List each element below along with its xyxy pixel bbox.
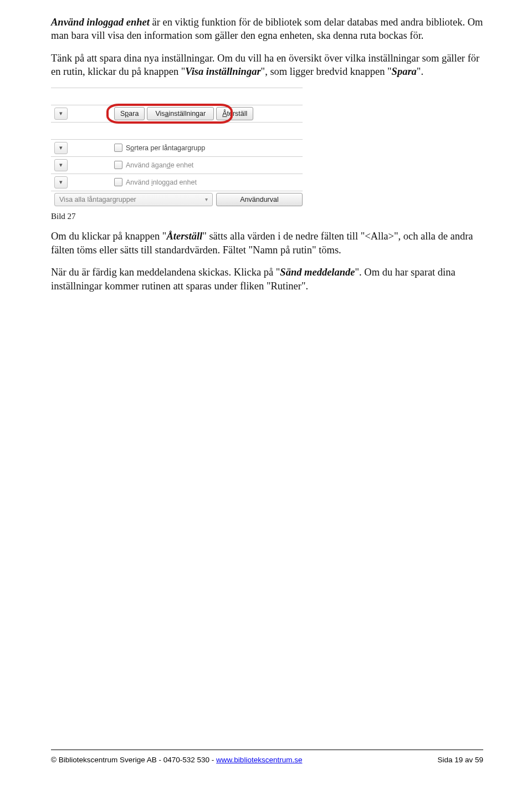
image-caption: Bild 27: [51, 211, 483, 222]
expander-icon[interactable]: ▾: [54, 176, 68, 188]
visa-pre: Vis: [155, 110, 165, 118]
expander-icon[interactable]: ▾: [54, 108, 68, 120]
shot-row-blank-1: [51, 88, 303, 105]
lantagargrupper-select[interactable]: Visa alla låntagargrupper ▾: [54, 193, 213, 206]
term-anvand-inloggad-enhet: Använd inloggad enhet: [51, 17, 150, 28]
aterstall-button[interactable]: Återställ: [216, 107, 253, 120]
checkbox-sortera-label: Sortera per låntagargrupp: [126, 144, 205, 152]
chevron-down-icon: ▾: [205, 196, 208, 202]
footer-left: © Bibliotekscentrum Sverige AB - 0470-53…: [51, 756, 302, 764]
term-visa-installningar: Visa inställningar: [185, 66, 260, 77]
term-spara: Spara: [392, 66, 417, 77]
paragraph-2b: ", som ligger bredvid knappen ": [261, 66, 392, 77]
spara-pre: S: [120, 110, 125, 118]
paragraph-3a: Om du klickar på knappen ": [51, 231, 166, 242]
footer-link[interactable]: www.bibliotekscentrum.se: [216, 756, 302, 764]
paragraph-1: Använd inloggad enhet är en viktig funkt…: [51, 16, 483, 43]
shot-row-agande: ▾ Använd ägande enhet: [51, 156, 303, 174]
checkbox-sortera[interactable]: [114, 144, 122, 152]
term-aterstall: Återställ: [166, 231, 202, 242]
shot-row-bottom: Visa alla låntagargrupper ▾ Använd urval: [51, 191, 303, 208]
expander-icon[interactable]: ▾: [54, 142, 68, 154]
shot-row-blank-2: [51, 122, 303, 139]
page-footer: © Bibliotekscentrum Sverige AB - 0470-53…: [51, 750, 483, 764]
visa-ul: a: [165, 110, 169, 118]
paragraph-4: När du är färdig kan meddelandena skicka…: [51, 266, 483, 293]
aterstall-post: terställ: [227, 110, 248, 118]
footer-copyright: © Bibliotekscentrum Sverige AB - 0470-53…: [51, 756, 216, 764]
anvand-urval-button[interactable]: Använd urval: [216, 193, 303, 206]
expander-icon[interactable]: ▾: [54, 159, 68, 171]
paragraph-4a: När du är färdig kan meddelandena skicka…: [51, 267, 280, 278]
embedded-screenshot: ▾ Spara Visa inställningar Återställ ▾ S…: [51, 88, 303, 208]
shot-row-sortera: ▾ Sortera per låntagargrupp: [51, 139, 303, 156]
shot-row-inloggad: ▾ Använd inloggad enhet: [51, 174, 303, 191]
shot-row-buttons: ▾ Spara Visa inställningar Återställ: [51, 105, 303, 122]
paragraph-2: Tänk på att spara dina nya inställningar…: [51, 52, 483, 79]
paragraph-2c: ".: [417, 66, 423, 77]
paragraph-3: Om du klickar på knappen "Återställ" sät…: [51, 230, 483, 257]
checkbox-inloggad-enhet[interactable]: [114, 178, 122, 186]
footer-page-number: Sida 19 av 59: [437, 756, 483, 764]
spara-button[interactable]: Spara: [114, 107, 145, 120]
checkbox-inloggad-enhet-label: Använd inloggad enhet: [126, 179, 197, 186]
aterstall-ul: Å: [222, 110, 227, 118]
visa-installningar-button[interactable]: Visa inställningar: [147, 107, 214, 120]
term-sand-meddelande: Sänd meddelande: [280, 267, 355, 278]
checkbox-agande-enhet-label: Använd ägande enhet: [126, 161, 193, 169]
visa-post: inställningar: [168, 110, 206, 118]
lantagargrupper-select-label: Visa alla låntagargrupper: [59, 196, 136, 203]
spara-post: ara: [129, 110, 139, 118]
spara-ul: p: [125, 110, 129, 118]
checkbox-agande-enhet[interactable]: [114, 161, 122, 169]
